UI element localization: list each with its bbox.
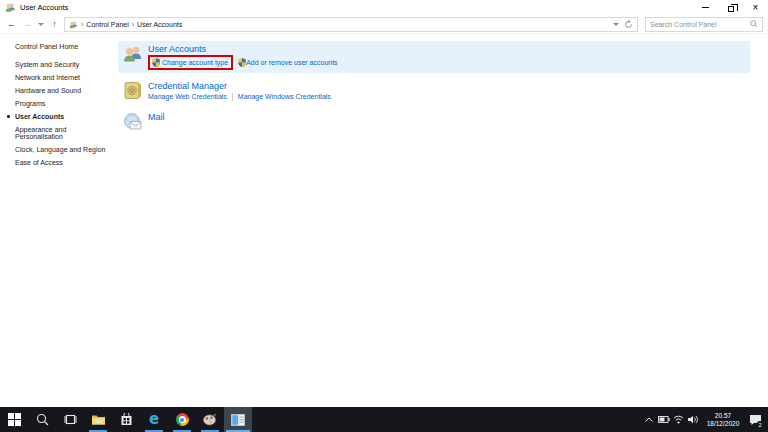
sidebar-item-user-accounts[interactable]: User Accounts (15, 113, 118, 121)
user-accounts-taskbar-button[interactable] (224, 407, 252, 432)
breadcrumb-separator: › (132, 21, 134, 28)
restore-icon (728, 6, 734, 12)
credential-manager-links: Manage Web Credentials Manage Windows Cr… (148, 92, 331, 101)
user-accounts-section-icon (123, 44, 143, 64)
user-accounts-icon (5, 2, 16, 13)
wifi-icon (673, 415, 684, 424)
sidebar-item-control-panel-home[interactable]: Control Panel Home (15, 43, 118, 51)
chrome-icon (176, 413, 189, 426)
tray-clock[interactable]: 20.57 18/12/2020 (701, 412, 745, 428)
search-icon[interactable] (750, 20, 758, 28)
window-title: User Accounts (20, 3, 68, 12)
tray-chevron-up[interactable] (641, 407, 656, 432)
title-bar: User Accounts × (0, 0, 768, 15)
user-accounts-links: Change account type Add or remove user a… (148, 55, 338, 70)
sidebar-item-programs[interactable]: Programs (15, 100, 118, 108)
user-accounts-breadcrumb-icon (69, 20, 78, 29)
manage-web-credentials-link[interactable]: Manage Web Credentials (148, 92, 227, 101)
link-divider (232, 93, 233, 101)
forward-button[interactable]: → (21, 18, 34, 31)
mail-section-icon (123, 112, 143, 132)
task-view-icon (64, 413, 77, 426)
tray-network[interactable] (671, 407, 686, 432)
recent-pages-chevron-icon[interactable] (38, 23, 44, 26)
restore-button[interactable] (718, 0, 743, 15)
task-view-button[interactable] (56, 407, 84, 432)
notification-badge: 2 (756, 421, 764, 429)
address-dropdown-chevron-icon[interactable] (613, 23, 619, 26)
section-credential-manager: Credential Manager Manage Web Credential… (118, 78, 768, 104)
up-button[interactable]: ↑ (48, 18, 61, 31)
user-accounts-heading[interactable]: User Accounts (148, 44, 338, 54)
section-body: Mail (148, 112, 165, 122)
navigation-bar: ← → ↑ › Control Panel › User Accounts (0, 15, 768, 34)
breadcrumb-separator: › (81, 21, 83, 28)
edge-button[interactable]: e (140, 407, 168, 432)
close-icon: × (753, 3, 759, 13)
section-body: Credential Manager Manage Web Credential… (148, 81, 331, 101)
battery-icon (658, 416, 670, 423)
search-input[interactable] (650, 21, 750, 28)
change-account-type-link[interactable]: Change account type (162, 58, 228, 67)
sidebar-item-system-and-security[interactable]: System and Security (15, 61, 118, 69)
section-body: User Accounts Change account type (148, 44, 338, 70)
user-accounts-window-icon (231, 414, 245, 426)
speaker-icon (688, 415, 699, 424)
mail-heading[interactable]: Mail (148, 112, 165, 122)
taskbar: e (0, 407, 768, 432)
sidebar: Control Panel Home System and Security N… (0, 34, 118, 407)
paint-3d-button[interactable] (196, 407, 224, 432)
search-icon (36, 413, 49, 426)
start-button[interactable] (0, 407, 28, 432)
close-button[interactable]: × (743, 0, 768, 15)
credential-manager-section-icon (123, 81, 143, 101)
active-item-bullet (7, 115, 10, 118)
credential-manager-heading[interactable]: Credential Manager (148, 81, 331, 91)
manage-windows-credentials-link[interactable]: Manage Windows Credentials (238, 92, 331, 101)
chevron-up-icon (645, 417, 653, 422)
breadcrumb-control-panel[interactable]: Control Panel (86, 21, 128, 28)
breadcrumb-user-accounts[interactable]: User Accounts (137, 21, 182, 28)
search-box (645, 17, 763, 32)
sidebar-item-hardware-and-sound[interactable]: Hardware and Sound (15, 87, 118, 95)
minimize-icon (702, 7, 709, 8)
section-user-accounts: User Accounts Change account type (118, 41, 750, 73)
uac-shield-icon (152, 58, 160, 67)
taskbar-search-button[interactable] (28, 407, 56, 432)
tray-time: 20.57 (701, 412, 745, 420)
action-center-button[interactable]: 2 (745, 407, 765, 432)
sidebar-item-clock-language-and-region[interactable]: Clock, Language and Region (15, 146, 118, 154)
tray-date: 18/12/2020 (701, 420, 745, 428)
edge-icon: e (149, 412, 159, 427)
minimize-button[interactable] (693, 0, 718, 15)
annotation-highlight-box: Change account type (148, 55, 233, 70)
sidebar-item-label: User Accounts (15, 113, 64, 120)
refresh-icon[interactable] (624, 20, 633, 29)
address-bar[interactable]: › Control Panel › User Accounts (64, 17, 638, 32)
tray-volume[interactable] (686, 407, 701, 432)
system-tray: 20.57 18/12/2020 2 (641, 407, 768, 432)
sidebar-item-network-and-internet[interactable]: Network and Internet (15, 74, 118, 82)
microsoft-store-button[interactable] (112, 407, 140, 432)
back-button[interactable]: ← (5, 18, 18, 31)
file-explorer-button[interactable] (84, 407, 112, 432)
sidebar-item-appearance-and-personalisation[interactable]: Appearance and Personalisation (15, 126, 93, 141)
sidebar-item-ease-of-access[interactable]: Ease of Access (15, 159, 118, 167)
tray-battery[interactable] (656, 407, 671, 432)
paint-3d-icon (203, 413, 217, 426)
file-explorer-icon (91, 413, 106, 426)
address-tools (612, 20, 633, 29)
section-mail: Mail (118, 109, 768, 135)
window-controls: × (693, 0, 768, 15)
chrome-button[interactable] (168, 407, 196, 432)
add-or-remove-user-accounts-link[interactable]: Add or remove user accounts (246, 58, 337, 67)
main-content: User Accounts Change account type (118, 34, 768, 407)
control-panel-window: User Accounts × ← → ↑ › Control Panel › … (0, 0, 768, 432)
window-body: Control Panel Home System and Security N… (0, 34, 768, 407)
windows-logo-icon (8, 413, 21, 426)
uac-shield-icon (238, 58, 246, 67)
microsoft-store-icon (120, 413, 133, 426)
